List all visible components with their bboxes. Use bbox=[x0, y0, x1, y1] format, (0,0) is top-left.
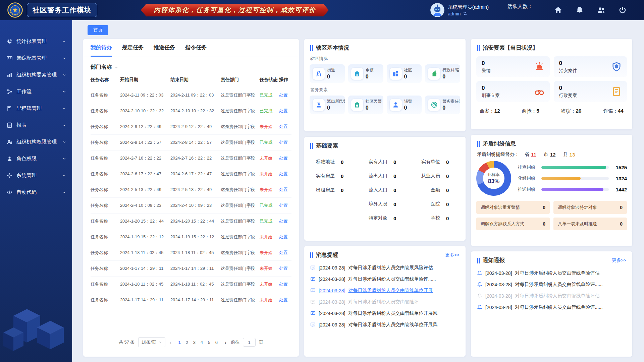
page-number[interactable]: 4 bbox=[198, 339, 205, 346]
dispute-button[interactable]: 八单一表未及时推送0 bbox=[553, 218, 627, 230]
security-tile[interactable]: 0行政受案 bbox=[554, 81, 627, 102]
message-item[interactable]: [2024-03-28]对每日涉矛盾纠纷人员交由管线单险评...... bbox=[310, 274, 460, 285]
dispute-bar-track bbox=[541, 166, 609, 169]
notice-item[interactable]: [2024-03-28]对每日涉矛盾纠纷人员交由管线单险评...... bbox=[477, 302, 626, 313]
task-name-cell: 任务名称 bbox=[91, 250, 120, 256]
basic-element-label: 实有人口 bbox=[369, 159, 387, 165]
column-header: 责任部门 bbox=[221, 77, 260, 83]
task-dept-cell: 这是责任部门字段 bbox=[221, 140, 260, 145]
task-action-link[interactable]: 处置 bbox=[279, 250, 291, 256]
tab-push-tasks[interactable]: 推送任务 bbox=[154, 39, 175, 57]
task-action-link[interactable]: 处置 bbox=[279, 171, 291, 177]
level-label: 省 bbox=[525, 152, 529, 158]
stat-tile[interactable]: 街道0 bbox=[310, 64, 345, 83]
message-item[interactable]: [2024-03-28]对每日涉矛盾纠纷人员交由管线单位开展风 bbox=[310, 319, 460, 330]
notifications-bell-icon[interactable] bbox=[576, 6, 584, 14]
message-item[interactable]: [2024-03-28]对每日涉矛盾纠纷人员交由管线单位开展 bbox=[310, 285, 460, 296]
task-action-link[interactable]: 处置 bbox=[279, 140, 291, 145]
stat-tile[interactable]: 社区0 bbox=[387, 64, 422, 83]
task-name-cell: 任务名称 bbox=[91, 266, 120, 272]
tab-command-tasks[interactable]: 指令任务 bbox=[185, 39, 207, 57]
page-number[interactable]: 1 bbox=[176, 339, 183, 346]
task-action-link[interactable]: 处置 bbox=[279, 124, 291, 130]
notice-item[interactable]: [2024-03-28]对每日涉矛盾纠纷人员交由管线单险评...... bbox=[477, 279, 626, 290]
messages-more-link[interactable]: 更多>> bbox=[445, 252, 460, 258]
security-tile[interactable]: 0刑事立案 bbox=[476, 81, 550, 102]
donut-value: 83% bbox=[488, 178, 499, 185]
task-name-cell: 任务名称 bbox=[91, 187, 120, 193]
basic-element-item: 金融0 bbox=[410, 183, 462, 197]
stat-tile[interactable]: 警务责任区0 bbox=[425, 96, 460, 114]
security-label: 行政受案 bbox=[559, 93, 577, 99]
chevron-down-icon bbox=[62, 107, 66, 110]
stat-tile[interactable]: 行政村/居0 bbox=[425, 64, 460, 83]
task-action-link[interactable]: 处置 bbox=[279, 93, 291, 98]
page-size-select[interactable]: 10条/页 bbox=[138, 337, 165, 347]
goto-label: 前往 bbox=[231, 339, 239, 345]
crime-stat-value: 5 bbox=[536, 108, 539, 114]
username-switcher[interactable]: admin bbox=[448, 11, 489, 16]
sidebar-item-report[interactable]: 报表 bbox=[0, 117, 72, 133]
dispute-button[interactable]: 调解对象涉特定对象0 bbox=[553, 201, 627, 214]
sidebar-item-milestone[interactable]: 里程碑管理 bbox=[0, 100, 72, 117]
tab-required-tasks[interactable]: 规定任务 bbox=[122, 39, 144, 57]
notice-item[interactable]: [2024-03-28]对每日涉矛盾纠纷人员交由管线单险评估 bbox=[477, 267, 626, 279]
goto-page-input[interactable] bbox=[243, 338, 256, 347]
task-action-link[interactable]: 处置 bbox=[279, 187, 291, 193]
message-item[interactable]: [2024-03-28]对每日涉矛盾纠纷人员交由管线单位开展风 bbox=[310, 308, 460, 319]
workflow-icon bbox=[7, 89, 12, 95]
tab-my-todo[interactable]: 我的待办 bbox=[91, 39, 112, 57]
stat-tile[interactable]: 派出所民警0 bbox=[310, 96, 345, 114]
task-action-link[interactable]: 处置 bbox=[279, 282, 291, 287]
message-icon bbox=[310, 311, 316, 316]
sidebar-item-role-permission[interactable]: 角色权限 bbox=[0, 150, 72, 167]
notice-text: 对每日涉矛盾纠纷人员交由管线单险评...... bbox=[515, 282, 602, 288]
next-page-button[interactable]: › bbox=[223, 340, 227, 345]
dispute-button[interactable]: 调解对象涉重复警情0 bbox=[476, 201, 550, 214]
stat-tile[interactable]: 社区民警0 bbox=[348, 96, 383, 114]
task-action-link[interactable]: 处置 bbox=[279, 297, 291, 303]
supervise-level: 县13 bbox=[563, 152, 575, 158]
security-tile[interactable]: 0警情 bbox=[476, 56, 550, 77]
sidebar-item-workflow[interactable]: 工作流 bbox=[0, 83, 72, 100]
stat-tile[interactable]: 辅警0 bbox=[387, 96, 422, 114]
sidebar-item-system[interactable]: 系统管理 bbox=[0, 167, 72, 184]
active-users-label: 活跃人数： bbox=[507, 3, 533, 10]
task-action-link[interactable]: 处置 bbox=[279, 234, 291, 240]
sidebar-item-org-elements[interactable]: 组织机构要素管理 bbox=[0, 66, 72, 83]
title-mark-icon bbox=[310, 252, 313, 258]
task-action-link[interactable]: 处置 bbox=[279, 156, 291, 161]
prev-page-button[interactable]: ‹ bbox=[169, 340, 173, 345]
task-action-link[interactable]: 处置 bbox=[279, 108, 291, 114]
sidebar-item-auto-code[interactable]: 自动代码 bbox=[0, 184, 72, 200]
security-tile[interactable]: 0治安案件 bbox=[554, 56, 627, 77]
notice-item[interactable]: [2024-03-28]对每日涉矛盾纠纷人员交由管线单险评估 bbox=[477, 290, 626, 302]
dispute-bar-value: 1525 bbox=[612, 165, 627, 170]
basic-element-label: 实有房屋 bbox=[316, 173, 335, 179]
notices-more-link[interactable]: 更多>> bbox=[612, 257, 626, 263]
sidebar-item-police-config[interactable]: 警综配置管理 bbox=[0, 50, 72, 66]
user-avatar[interactable] bbox=[430, 3, 444, 17]
home-tab[interactable]: 首页 bbox=[88, 25, 108, 35]
sidebar-item-org-permission[interactable]: 组织机构权限管理 bbox=[0, 133, 72, 150]
dispute-button[interactable]: 调解双方缺联系人方式0 bbox=[476, 218, 550, 230]
page-number[interactable]: 3 bbox=[191, 339, 198, 346]
page-number[interactable]: 6 bbox=[213, 339, 220, 346]
users-icon[interactable] bbox=[597, 6, 605, 14]
page-number[interactable]: 5 bbox=[205, 339, 213, 346]
logout-power-icon[interactable] bbox=[619, 6, 627, 14]
page-number[interactable]: 2 bbox=[183, 339, 191, 346]
basic-element-label: 金融 bbox=[431, 187, 440, 193]
switch-user-icon[interactable] bbox=[463, 11, 468, 16]
sidebar-item-stats-report[interactable]: 统计报表管理 bbox=[0, 33, 72, 50]
stat-tile[interactable]: 乡镇0 bbox=[348, 64, 383, 83]
goto-suffix-label: 页 bbox=[259, 339, 263, 345]
department-filter[interactable]: 部门名称 bbox=[83, 57, 299, 72]
task-action-link[interactable]: 处置 bbox=[279, 219, 291, 224]
security-texts: 0刑事立案 bbox=[482, 85, 500, 99]
home-icon[interactable] bbox=[554, 6, 562, 14]
message-item[interactable]: [2024-03-28]对每日涉矛盾纠纷人员交由管展风险评估 bbox=[310, 262, 460, 274]
task-action-link[interactable]: 处置 bbox=[279, 203, 291, 208]
task-action-link[interactable]: 处置 bbox=[279, 266, 291, 272]
message-item[interactable]: [2024-03-28]对每日涉矛盾纠纷人员交由管险评 bbox=[310, 296, 460, 308]
